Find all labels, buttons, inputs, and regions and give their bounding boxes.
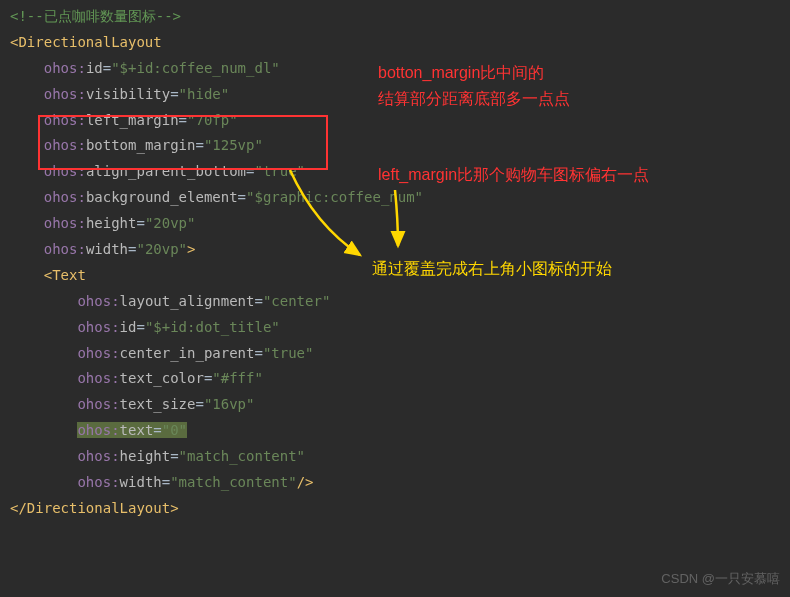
code-line: ohos:height="match_content" <box>10 444 780 470</box>
tag-bracket: < <box>44 267 52 283</box>
attr-name: text <box>120 422 154 438</box>
attr-name: left_margin <box>86 112 179 128</box>
attr-ns: ohos: <box>44 163 86 179</box>
attr-name: align_parent_bottom <box>86 163 246 179</box>
code-line: <DirectionalLayout <box>10 30 780 56</box>
tag-bracket: /> <box>297 474 314 490</box>
code-line: ohos:text_color="#fff" <box>10 366 780 392</box>
attr-value: "70fp" <box>187 112 238 128</box>
code-line: ohos:height="20vp" <box>10 211 780 237</box>
attr-value: "16vp" <box>204 396 255 412</box>
attr-value: "match_content" <box>170 474 296 490</box>
annotation-yellow: 通过覆盖完成右上角小图标的开始 <box>372 254 612 284</box>
attr-name: visibility <box>86 86 170 102</box>
attr-name: height <box>86 215 137 231</box>
attr-value: "true" <box>254 163 305 179</box>
attr-value: "20vp" <box>136 241 187 257</box>
attr-name: background_element <box>86 189 238 205</box>
attr-ns: ohos: <box>44 86 86 102</box>
attr-value: "true" <box>263 345 314 361</box>
attr-name: id <box>120 319 137 335</box>
tag-bracket: </ <box>10 500 27 516</box>
attr-ns: ohos: <box>44 112 86 128</box>
attr-ns: ohos: <box>77 293 119 309</box>
attr-ns: ohos: <box>44 60 86 76</box>
attr-value: "$graphic:coffee_num" <box>246 189 423 205</box>
attr-value: "#fff" <box>212 370 263 386</box>
attr-ns: ohos: <box>77 345 119 361</box>
attr-ns: ohos: <box>44 137 86 153</box>
code-line: ohos:width="match_content"/> <box>10 470 780 496</box>
attr-name: width <box>120 474 162 490</box>
attr-name: bottom_margin <box>86 137 196 153</box>
attr-ns: ohos: <box>77 319 119 335</box>
attr-name: width <box>86 241 128 257</box>
attr-ns: ohos: <box>44 189 86 205</box>
xml-comment: <!--已点咖啡数量图标--> <box>10 8 181 24</box>
tag-name: DirectionalLayout <box>18 34 161 50</box>
attr-ns: ohos: <box>77 422 119 438</box>
attr-name: center_in_parent <box>120 345 255 361</box>
attr-value: "hide" <box>179 86 230 102</box>
attr-ns: ohos: <box>44 241 86 257</box>
tag-bracket: > <box>187 241 195 257</box>
attr-name: text_size <box>120 396 196 412</box>
attr-value: "$+id:dot_title" <box>145 319 280 335</box>
tag-name: Text <box>52 267 86 283</box>
attr-ns: ohos: <box>44 215 86 231</box>
code-line: ohos:text="0" <box>10 418 780 444</box>
attr-name: layout_alignment <box>120 293 255 309</box>
code-line: ohos:bottom_margin="125vp" <box>10 133 780 159</box>
attr-ns: ohos: <box>77 396 119 412</box>
attr-value: "$+id:coffee_num_dl" <box>111 60 280 76</box>
code-line: <!--已点咖啡数量图标--> <box>10 4 780 30</box>
tag-bracket: > <box>170 500 178 516</box>
attr-ns: ohos: <box>77 448 119 464</box>
code-line: ohos:id="$+id:dot_title" <box>10 315 780 341</box>
tag-name: DirectionalLayout <box>27 500 170 516</box>
attr-value: "match_content" <box>179 448 305 464</box>
attr-value: "center" <box>263 293 330 309</box>
code-line: </DirectionalLayout> <box>10 496 780 522</box>
annotation-red-2: left_margin比那个购物车图标偏右一点 <box>378 160 649 190</box>
attr-ns: ohos: <box>77 370 119 386</box>
code-line: ohos:text_size="16vp" <box>10 392 780 418</box>
attr-value: "0" <box>162 422 187 438</box>
attr-name: id <box>86 60 103 76</box>
attr-ns: ohos: <box>77 474 119 490</box>
code-line: ohos:layout_alignment="center" <box>10 289 780 315</box>
attr-value: "20vp" <box>145 215 196 231</box>
code-line: ohos:center_in_parent="true" <box>10 341 780 367</box>
attr-name: text_color <box>120 370 204 386</box>
watermark: CSDN @一只安慕嘻 <box>661 567 780 591</box>
attr-value: "125vp" <box>204 137 263 153</box>
attr-name: height <box>120 448 171 464</box>
annotation-red-1b: 结算部分距离底部多一点点 <box>378 84 570 114</box>
